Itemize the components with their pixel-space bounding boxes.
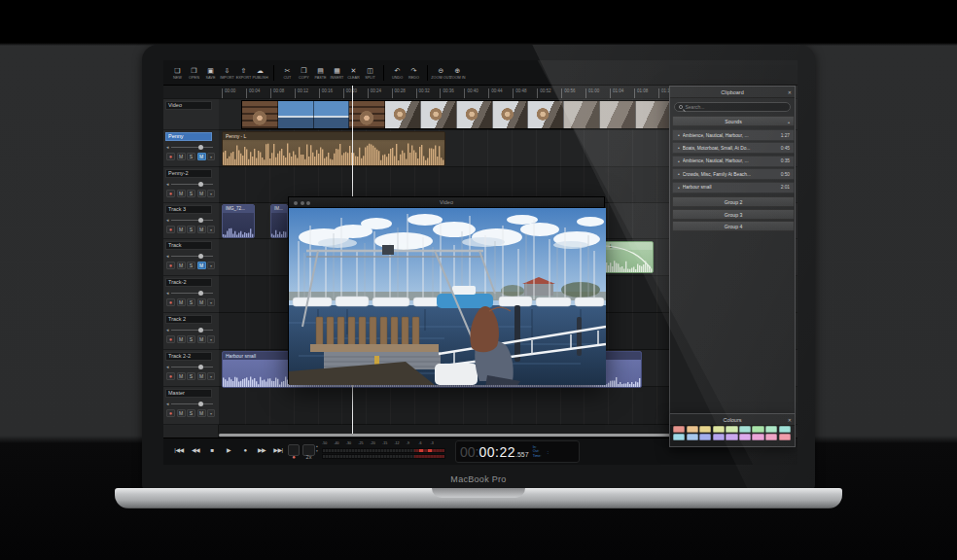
toolbar-button-paste[interactable]: ▤PASTE [312,66,329,80]
volume-slider[interactable]: ◂ [166,253,215,260]
toolbar-button-redo[interactable]: ↷REDO [406,66,422,80]
colour-swatch[interactable] [765,434,777,440]
rewind-button[interactable]: ◀◀ [188,443,203,458]
track-options-dropdown[interactable]: ▾ [207,372,215,380]
record-toggle-button[interactable]: ● [288,444,300,456]
track-name[interactable]: Track 2 [165,315,212,324]
colour-swatch[interactable] [699,434,711,440]
sound-list-item[interactable]: •Harbour small2:01 [672,182,795,193]
toolbar-button-insert[interactable]: ▦INSERT [329,66,345,80]
solo-button[interactable]: S [187,409,195,417]
track-options-dropdown[interactable]: ▾ [207,226,215,233]
toolbar-button-split[interactable]: ◫SPLIT [362,66,378,80]
track-options-dropdown[interactable]: ▾ [207,409,215,417]
track-header-track-2-2[interactable]: Track 2-2◂●MSM▾ [163,350,219,387]
track-name[interactable]: Penny-2 [165,169,212,178]
speed-selector[interactable]: 2x [302,444,315,456]
toolbar-button-zoom-in[interactable]: ⊕ZOOM IN [449,66,466,80]
solo-button[interactable]: S [187,372,195,380]
volume-slider[interactable]: ◂ [166,181,215,188]
mute-button[interactable]: M [177,298,186,306]
skip-start-button[interactable]: |◀◀ [171,443,187,458]
colour-swatch[interactable] [779,426,791,433]
clip-penny-l[interactable]: Penny - L [222,131,445,166]
monitor-button[interactable]: M [197,190,206,197]
mute-button[interactable]: M [177,190,186,197]
speed-stepper[interactable]: ▴▾ [316,444,318,454]
monitor-button[interactable]: M [197,409,206,417]
record-arm-button[interactable]: ● [166,372,175,380]
record-arm-button[interactable]: ● [166,262,175,269]
volume-slider[interactable]: ◂ [166,290,215,297]
colour-swatch[interactable] [726,434,737,440]
group-header-3[interactable]: Group 3 [672,209,795,220]
track-header-track-2[interactable]: Track-2◂●MSM▾ [163,276,219,313]
track-header-master[interactable]: Master◂●MSM▾ [163,387,219,425]
track-header-video[interactable]: Video [163,99,219,130]
toolbar-button-save[interactable]: ▣SAVE [202,66,219,80]
track-header-track-3[interactable]: Track 3◂●MSM▾ [163,203,219,239]
colour-swatch[interactable] [673,426,685,433]
colour-swatch[interactable] [739,434,751,440]
toolbar-button-open[interactable]: ❐OPEN [186,66,202,80]
horizontal-scrollbar[interactable] [219,434,671,437]
volume-slider[interactable]: ◂ [166,327,215,333]
play-button[interactable]: ▶ [221,443,236,458]
track-name[interactable]: Video [165,101,212,110]
video-window-titlebar[interactable]: Video [289,197,604,208]
sounds-group-header[interactable]: Sounds ▴ [672,116,795,126]
toolbar-button-cut[interactable]: ✂CUT [279,66,296,80]
colour-swatch[interactable] [726,426,737,433]
toolbar-button-undo[interactable]: ↶UNDO [389,66,406,80]
colour-swatch[interactable] [752,426,763,433]
search-input[interactable]: Search... [674,102,791,112]
clipboard-header[interactable]: Clipboard ✕ [670,87,795,98]
monitor-button[interactable]: M [197,335,206,343]
track-options-dropdown[interactable]: ▾ [207,335,215,343]
solo-button[interactable]: S [187,262,195,269]
record-arm-button[interactable]: ● [166,298,175,306]
monitor-button[interactable]: M [197,262,206,269]
volume-slider[interactable]: ◂ [166,217,215,224]
record-arm-button[interactable]: ● [166,226,175,233]
mute-button[interactable]: M [177,335,186,343]
volume-slider[interactable]: ◂ [166,144,215,151]
fast-forward-button[interactable]: ▶▶ [254,443,269,458]
track-options-dropdown[interactable]: ▾ [207,153,215,160]
toolbar-button-import[interactable]: ⇩IMPORT [219,66,235,80]
video-track-filmstrip[interactable] [241,100,671,129]
track-options-dropdown[interactable]: ▾ [207,190,215,197]
skip-end-button[interactable]: ▶▶| [270,443,286,458]
monitor-button[interactable]: M [197,372,206,380]
solo-button[interactable]: S [187,190,195,197]
colour-swatch[interactable] [765,426,777,433]
clip-img-72[interactable]: IMG_72... [222,204,255,238]
colour-swatch[interactable] [713,434,725,440]
colours-header[interactable]: Colours ✕ [670,414,795,426]
mute-button[interactable]: M [177,372,186,380]
sound-list-item[interactable]: •Boats, Motorboat, Small, At Do...0:45 [672,142,795,154]
volume-slider[interactable]: ◂ [166,401,215,407]
close-icon[interactable]: ✕ [788,414,792,426]
group-header-2[interactable]: Group 2 [672,196,795,207]
toolbar-button-new[interactable]: ❏NEW [169,66,186,80]
sound-list-item[interactable]: •Crowds, Misc, Family At Beach...0:50 [672,168,795,180]
clip-img[interactable]: IM... [270,204,288,238]
track-header-penny[interactable]: Penny◂●MSM▾ [163,130,219,167]
record-arm-button[interactable]: ● [166,153,175,160]
track-name[interactable]: Track 2-2 [165,352,212,361]
record-arm-button[interactable]: ● [166,190,175,197]
colour-swatch[interactable] [779,434,791,440]
sound-list-item[interactable]: •Ambience, Nautical, Harbour, ...1:27 [672,129,795,141]
track-name[interactable]: Track-2 [165,278,212,287]
track-name[interactable]: Track [165,241,212,250]
record-arm-button[interactable]: ● [166,335,175,343]
track-name[interactable]: Master [165,389,212,398]
toolbar-button-zoom-out[interactable]: ⊖ZOOM OUT [433,66,449,80]
solo-button[interactable]: S [187,226,195,233]
track-header-track[interactable]: Track◂●MSM▾ [163,239,219,276]
colour-swatch[interactable] [713,426,725,433]
record-button[interactable]: ● [237,443,253,458]
colour-swatch[interactable] [739,426,751,433]
track-header-track-2[interactable]: Track 2◂●MSM▾ [163,313,219,350]
